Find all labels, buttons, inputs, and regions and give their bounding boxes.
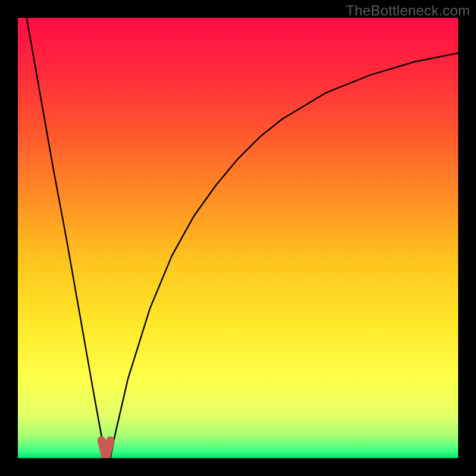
plot-svg xyxy=(18,18,458,458)
watermark-text: TheBottleneck.com xyxy=(346,2,470,19)
chart-frame: TheBottleneck.com xyxy=(0,0,476,476)
gradient-background xyxy=(18,18,458,458)
plot-area xyxy=(18,18,458,458)
bottleneck-minimum-marker xyxy=(102,440,111,458)
